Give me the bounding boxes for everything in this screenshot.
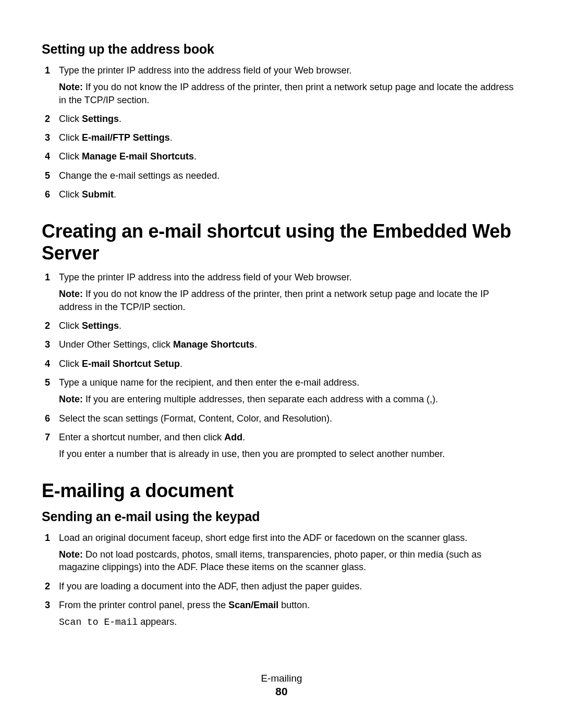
footer-section: E-mailing xyxy=(0,673,563,684)
list-item: 7 Enter a shortcut number, and then clic… xyxy=(42,431,521,461)
list-item: 2 Click Settings. xyxy=(42,319,521,332)
step-number: 2 xyxy=(45,113,50,125)
step-bold: Scan/Email xyxy=(228,600,278,610)
step-post: . xyxy=(180,359,182,369)
note: Note: If you are entering multiple addre… xyxy=(59,393,521,405)
step-post: . xyxy=(254,339,257,350)
step-pre: From the printer control panel, press th… xyxy=(59,600,228,610)
step-post: button. xyxy=(278,600,310,610)
step-mono-line: Scan to E-mail appears. xyxy=(59,615,521,628)
steps-address-book: 1 Type the printer IP address into the a… xyxy=(42,64,521,201)
list-item: 3 Under Other Settings, click Manage Sho… xyxy=(42,338,521,351)
step-number: 3 xyxy=(45,599,50,611)
heading-emailing-document: E-mailing a document xyxy=(42,480,521,501)
document-page: Setting up the address book 1 Type the p… xyxy=(0,0,563,728)
note-text: If you do not know the IP address of the… xyxy=(59,289,489,312)
list-item: 4 Click E-mail Shortcut Setup. xyxy=(42,357,521,370)
steps-sending-email: 1 Load an original document faceup, shor… xyxy=(42,532,521,629)
step-number: 7 xyxy=(45,431,50,443)
step-text: Change the e-mail settings as needed. xyxy=(59,170,219,181)
step-text: Load an original document faceup, short … xyxy=(59,533,467,543)
step-pre: Under Other Settings, click xyxy=(59,339,173,350)
step-number: 2 xyxy=(45,580,50,593)
mono-text: Scan to E-mail xyxy=(59,617,138,627)
step-pre: Click xyxy=(59,151,82,162)
step-number: 6 xyxy=(45,412,50,425)
step-text: Type a unique name for the recipient, an… xyxy=(59,377,359,388)
step-text: Type the printer IP address into the add… xyxy=(59,272,352,282)
note-label: Note: xyxy=(59,82,83,92)
heading-setting-up-address-book: Setting up the address book xyxy=(42,42,521,57)
step-bold: Settings xyxy=(82,114,119,124)
step-bold: Add xyxy=(224,432,242,442)
step-text: Select the scan settings (Format, Conten… xyxy=(59,413,332,424)
step-post: . xyxy=(114,189,116,200)
step-pre: Click xyxy=(59,189,82,200)
note-label: Note: xyxy=(59,394,83,404)
note: Note: Do not load postcards, photos, sma… xyxy=(59,548,521,574)
step-bold: Manage E-mail Shortcuts xyxy=(82,151,194,162)
step-text: If you are loading a document into the A… xyxy=(59,581,362,591)
note-text: If you are entering multiple addresses, … xyxy=(85,394,438,404)
note-text: Do not load postcards, photos, small ite… xyxy=(59,549,481,572)
step-post: . xyxy=(242,432,245,442)
list-item: 3 From the printer control panel, press … xyxy=(42,599,521,629)
mono-post: appears. xyxy=(138,616,177,627)
footer-page-number: 80 xyxy=(0,685,563,698)
list-item: 2 Click Settings. xyxy=(42,113,521,125)
step-bold: E-mail/FTP Settings xyxy=(82,132,170,143)
step-bold: Settings xyxy=(82,320,119,331)
note-label: Note: xyxy=(59,289,83,299)
steps-email-shortcut: 1 Type the printer IP address into the a… xyxy=(42,271,521,460)
step-number: 4 xyxy=(45,357,50,370)
step-post: . xyxy=(119,320,121,331)
step-number: 3 xyxy=(45,338,50,351)
list-item: 6 Click Submit. xyxy=(42,188,521,201)
list-item: 6 Select the scan settings (Format, Cont… xyxy=(42,412,521,425)
heading-sending-email-keypad: Sending an e-mail using the keypad xyxy=(42,509,521,524)
step-number: 5 xyxy=(45,376,50,389)
step-number: 1 xyxy=(45,64,50,77)
list-item: 5 Type a unique name for the recipient, … xyxy=(42,376,521,406)
list-item: 2 If you are loading a document into the… xyxy=(42,580,521,593)
step-sub-text: If you enter a number that is already in… xyxy=(59,448,521,460)
page-footer: E-mailing 80 xyxy=(0,673,563,698)
step-bold: Manage Shortcuts xyxy=(173,339,254,350)
list-item: 4 Click Manage E-mail Shortcuts. xyxy=(42,150,521,163)
step-pre: Click xyxy=(59,359,82,369)
step-number: 1 xyxy=(45,271,50,283)
list-item: 1 Load an original document faceup, shor… xyxy=(42,532,521,574)
heading-creating-email-shortcut: Creating an e-mail shortcut using the Em… xyxy=(42,220,521,264)
step-number: 5 xyxy=(45,169,50,182)
list-item: 5 Change the e-mail settings as needed. xyxy=(42,169,521,182)
list-item: 3 Click E-mail/FTP Settings. xyxy=(42,131,521,144)
step-post: . xyxy=(170,132,173,143)
step-post: . xyxy=(194,151,197,162)
step-number: 6 xyxy=(45,188,50,201)
step-number: 4 xyxy=(45,150,50,163)
note: Note: If you do not know the IP address … xyxy=(59,288,521,313)
note: Note: If you do not know the IP address … xyxy=(59,81,521,106)
step-pre: Click xyxy=(59,132,82,143)
step-number: 2 xyxy=(45,319,50,332)
step-number: 1 xyxy=(45,532,50,544)
step-pre: Click xyxy=(59,320,82,331)
list-item: 1 Type the printer IP address into the a… xyxy=(42,64,521,106)
step-post: . xyxy=(119,114,121,124)
step-pre: Click xyxy=(59,114,82,124)
step-pre: Enter a shortcut number, and then click xyxy=(59,432,224,442)
step-bold: Submit xyxy=(82,189,114,200)
step-bold: E-mail Shortcut Setup xyxy=(82,359,180,369)
list-item: 1 Type the printer IP address into the a… xyxy=(42,271,521,313)
step-text: Type the printer IP address into the add… xyxy=(59,65,352,76)
step-number: 3 xyxy=(45,131,50,144)
note-label: Note: xyxy=(59,549,83,560)
note-text: If you do not know the IP address of the… xyxy=(59,82,513,105)
